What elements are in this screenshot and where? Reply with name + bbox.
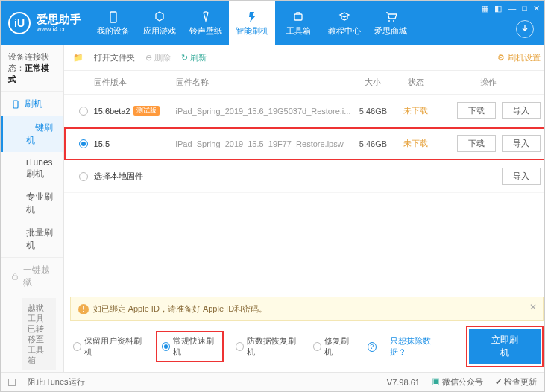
firmware-filename: iPad_Spring_2019_15.5_19F77_Restore.ipsw bbox=[176, 139, 351, 148]
brand-name: 爱思助手 bbox=[37, 13, 81, 25]
firmware-size: 5.46GB bbox=[350, 139, 395, 148]
info-icon[interactable]: ? bbox=[368, 342, 377, 352]
folder-icon: 📁 bbox=[73, 53, 84, 63]
sidebar-item-itunes[interactable]: iTunes刷机 bbox=[1, 152, 63, 186]
nav-cart[interactable]: 爱思商城 bbox=[368, 1, 414, 45]
firmware-row[interactable]: 15.6beta2测试版iPad_Spring_2019_15.6_19G503… bbox=[64, 95, 544, 127]
logo-icon: iU bbox=[8, 12, 31, 34]
mode-normal-fast[interactable]: 常规快速刷机 bbox=[157, 332, 222, 361]
radio-local[interactable] bbox=[79, 172, 88, 181]
delete-button[interactable]: ⊖ 删除 bbox=[145, 52, 171, 63]
import-button[interactable]: 导入 bbox=[502, 102, 541, 119]
nav-phone[interactable]: 我的设备 bbox=[90, 1, 136, 45]
sidebar-group-flash[interactable]: 刷机 bbox=[1, 92, 63, 116]
version-label: V7.98.61 bbox=[387, 378, 420, 387]
svg-point-2 bbox=[388, 20, 390, 22]
check-update-link[interactable]: ✔ 检查更新 bbox=[495, 376, 537, 388]
edu-icon bbox=[338, 10, 351, 24]
window-controls: ▦ ◧ — □ ✕ bbox=[481, 4, 540, 13]
wechat-link[interactable]: ▣ 微信公众号 bbox=[432, 376, 483, 388]
apps-icon bbox=[153, 10, 166, 24]
sidebar: 设备连接状态：正常模式 刷机 一键刷机 iTunes刷机 专业刷机 批量刷机 一… bbox=[1, 45, 64, 372]
mode-anti-recovery[interactable]: 防数据恢复刷机 bbox=[236, 335, 299, 358]
svg-rect-0 bbox=[110, 12, 116, 22]
nav-apps[interactable]: 应用游戏 bbox=[136, 1, 183, 45]
import-local-button[interactable]: 导入 bbox=[502, 168, 541, 185]
firmware-size: 5.46GB bbox=[350, 107, 395, 116]
firmware-filename: iPad_Spring_2019_15.6_19G5037d_Restore.i… bbox=[176, 107, 351, 116]
close-button[interactable]: ✕ bbox=[533, 4, 540, 13]
erase-only-link[interactable]: 只想抹除数据？ bbox=[390, 335, 443, 358]
mode-keep-data[interactable]: 保留用户资料刷机 bbox=[73, 335, 144, 358]
svg-rect-1 bbox=[294, 14, 302, 20]
firmware-status: 未下载 bbox=[395, 105, 436, 116]
nav-edu[interactable]: 教程中心 bbox=[321, 1, 368, 45]
toolbar: 📁 打开文件夹 ⊖ 删除 ↻ 刷新 ⚙ 刷机设置 bbox=[64, 45, 544, 71]
download-button[interactable]: 下载 bbox=[457, 135, 496, 152]
download-button[interactable]: 下载 bbox=[457, 102, 496, 119]
block-itunes-checkbox[interactable] bbox=[8, 379, 16, 386]
appleid-warning: ! 如已绑定 Apple ID，请准备好 Apple ID和密码。 ✕ bbox=[70, 297, 544, 321]
firmware-status: 未下载 bbox=[395, 138, 436, 149]
download-progress-icon[interactable] bbox=[516, 20, 534, 38]
nav-tools[interactable]: 工具箱 bbox=[275, 1, 321, 45]
svg-point-3 bbox=[393, 20, 394, 22]
table-header: 固件版本 固件名称 大小 状态 操作 bbox=[64, 71, 544, 95]
connection-status: 设备连接状态：正常模式 bbox=[1, 45, 63, 91]
logo: iU 爱思助手 www.i4.cn bbox=[1, 1, 90, 45]
mode-repair[interactable]: 修复刷机 bbox=[313, 335, 354, 358]
svg-rect-4 bbox=[13, 101, 18, 108]
grid-icon[interactable]: ▦ bbox=[481, 4, 488, 13]
flash-icon bbox=[245, 10, 259, 24]
firmware-version: 15.6beta2测试版 bbox=[94, 106, 176, 116]
main-nav: 我的设备应用游戏铃声壁纸智能刷机工具箱教程中心爱思商城 bbox=[90, 1, 544, 45]
maximize-button[interactable]: □ bbox=[522, 4, 527, 13]
jailbreak-moved-note: 越狱工具已转移至工具箱 bbox=[22, 298, 56, 370]
firmware-version: 15.5 bbox=[94, 139, 176, 148]
firmware-radio[interactable] bbox=[79, 107, 88, 116]
import-button[interactable]: 导入 bbox=[502, 135, 541, 152]
ring-icon bbox=[199, 10, 212, 24]
refresh-button[interactable]: ↻ 刷新 bbox=[181, 52, 207, 63]
open-folder-button[interactable]: 打开文件夹 bbox=[94, 52, 135, 63]
brand-url: www.i4.cn bbox=[37, 25, 81, 33]
sidebar-group-jailbreak[interactable]: 一键越狱 bbox=[1, 258, 63, 295]
sidebar-item-pro[interactable]: 专业刷机 bbox=[1, 186, 63, 221]
phone-icon bbox=[107, 10, 120, 24]
firmware-row[interactable]: 15.5iPad_Spring_2019_15.5_19F77_Restore.… bbox=[64, 127, 544, 160]
flash-now-button[interactable]: 立即刷机 bbox=[469, 329, 541, 364]
status-bar: 阻止iTunes运行 V7.98.61 ▣ 微信公众号 ✔ 检查更新 bbox=[1, 372, 544, 391]
flash-mode-bar: 保留用户资料刷机 常规快速刷机 防数据恢复刷机 修复刷机 ? 只想抹除数据？ 立… bbox=[64, 321, 544, 372]
firmware-radio[interactable] bbox=[79, 139, 88, 148]
sidebar-item-oneclick[interactable]: 一键刷机 bbox=[1, 116, 63, 152]
flash-settings-button[interactable]: ⚙ 刷机设置 bbox=[497, 52, 541, 63]
nav-ring[interactable]: 铃声壁纸 bbox=[183, 1, 229, 45]
app-header: iU 爱思助手 www.i4.cn 我的设备应用游戏铃声壁纸智能刷机工具箱教程中… bbox=[1, 1, 544, 45]
warning-icon: ! bbox=[78, 304, 89, 314]
main-content: 📁 打开文件夹 ⊖ 删除 ↻ 刷新 ⚙ 刷机设置 固件版本 固件名称 大小 状态… bbox=[64, 45, 544, 372]
nav-flash[interactable]: 智能刷机 bbox=[229, 1, 275, 45]
local-firmware-row[interactable]: 选择本地固件 导入 bbox=[64, 160, 544, 193]
sidebar-item-batch[interactable]: 批量刷机 bbox=[1, 221, 63, 257]
tools-icon bbox=[292, 10, 305, 24]
svg-rect-5 bbox=[13, 276, 18, 279]
card-icon[interactable]: ◧ bbox=[494, 4, 502, 13]
minimize-button[interactable]: — bbox=[508, 4, 516, 13]
cart-icon bbox=[384, 10, 397, 24]
warning-close-button[interactable]: ✕ bbox=[529, 302, 537, 312]
